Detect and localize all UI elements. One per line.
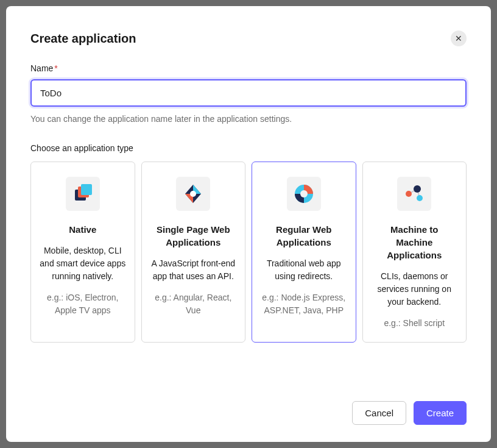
- card-description: Mobile, desktop, CLI and smart device ap…: [40, 244, 126, 283]
- spa-icon: [176, 177, 210, 211]
- card-description: Traditional web app using redirects.: [261, 257, 347, 283]
- app-type-native[interactable]: Native Mobile, desktop, CLI and smart de…: [30, 162, 135, 343]
- card-example: e.g.: Angular, React, Vue: [150, 291, 237, 317]
- name-hint: You can change the application name late…: [30, 114, 467, 124]
- app-type-regular-web[interactable]: Regular Web Applications Traditional web…: [252, 162, 356, 343]
- card-description: A JavaScript front-end app that uses an …: [150, 257, 237, 283]
- card-description: CLIs, daemons or services running on you…: [372, 270, 458, 308]
- card-title: Machine to Machine Applications: [372, 223, 458, 261]
- name-label-text: Name: [30, 63, 53, 73]
- app-type-label: Choose an application type: [30, 143, 467, 153]
- card-title: Regular Web Applications: [261, 223, 347, 249]
- svg-point-13: [417, 195, 423, 201]
- app-type-spa[interactable]: Single Page Web Applications A JavaScrip…: [141, 162, 246, 343]
- modal-header: Create application ✕: [30, 30, 467, 46]
- modal-title: Create application: [30, 32, 136, 46]
- card-title: Single Page Web Applications: [150, 223, 237, 249]
- card-example: e.g.: Shell script: [384, 317, 445, 330]
- app-type-m2m[interactable]: Machine to Machine Applications CLIs, da…: [362, 162, 467, 343]
- name-field: Name* You can change the application nam…: [30, 63, 467, 124]
- create-button[interactable]: Create: [414, 401, 467, 425]
- svg-point-12: [406, 191, 412, 197]
- close-icon: ✕: [455, 34, 462, 43]
- card-title: Native: [69, 223, 96, 236]
- required-asterisk: *: [54, 63, 57, 73]
- card-example: e.g.: iOS, Electron, Apple TV apps: [40, 291, 126, 317]
- svg-point-11: [414, 185, 421, 193]
- modal-footer: Cancel Create: [30, 384, 467, 425]
- create-application-modal: Create application ✕ Name* You can chang…: [6, 6, 491, 442]
- card-example: e.g.: Node.js Express, ASP.NET, Java, PH…: [261, 291, 347, 317]
- svg-point-8: [300, 190, 308, 197]
- svg-point-6: [190, 191, 196, 197]
- m2m-icon: [397, 177, 431, 211]
- regular-web-icon: [287, 177, 321, 211]
- name-label: Name*: [30, 63, 467, 73]
- name-input[interactable]: [30, 79, 467, 107]
- cancel-button[interactable]: Cancel: [352, 401, 406, 425]
- close-button[interactable]: ✕: [451, 30, 467, 46]
- native-icon: [66, 177, 100, 211]
- app-type-cards: Native Mobile, desktop, CLI and smart de…: [30, 162, 467, 343]
- svg-rect-2: [81, 184, 92, 195]
